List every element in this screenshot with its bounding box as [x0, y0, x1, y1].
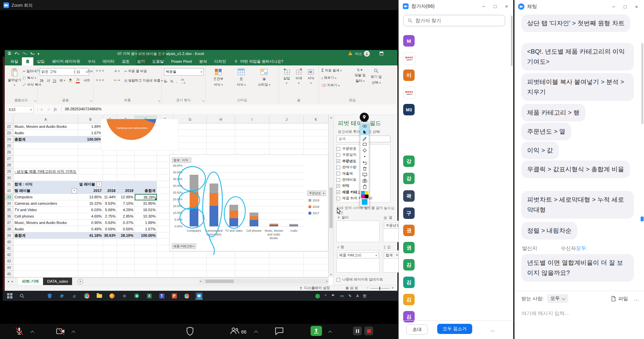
bar-segment-2017-5[interactable] [289, 226, 298, 226]
settings-gear-icon[interactable] [121, 292, 128, 300]
row-header-31[interactable]: 31 [5, 181, 13, 188]
format-as-table-button[interactable]: 표서식 ▾ [232, 68, 250, 87]
column-header-J[interactable]: J [269, 115, 304, 123]
cell-F42[interactable] [157, 252, 173, 258]
participants-maximize-button[interactable]: □ [489, 2, 501, 10]
cell-D33[interactable]: 12.99% [117, 194, 135, 200]
horizontal-align-icons[interactable]: ≡≡≡ [96, 78, 105, 82]
row-header-22[interactable]: 22 [5, 123, 13, 130]
cell-I42[interactable] [235, 252, 269, 258]
cell-H43[interactable] [207, 258, 235, 264]
conditional-formatting-button[interactable]: 조건부서식 ▾ [209, 68, 228, 87]
cell-D31[interactable] [117, 181, 135, 188]
cell-H42[interactable] [207, 252, 235, 258]
redo-icon[interactable]: ↷▾ [22, 51, 27, 56]
mute-button[interactable] [13, 327, 25, 336]
column-header-A[interactable]: A [13, 115, 78, 123]
cell-B32[interactable]: 2017 [78, 188, 103, 194]
bar-segment-2019-5[interactable] [289, 224, 298, 225]
cell-E29[interactable] [135, 168, 157, 175]
cell-K22[interactable] [304, 123, 328, 130]
clipboard-icon[interactable] [360, 184, 369, 190]
alignment-dialog-launcher[interactable]: ↘ [158, 99, 160, 103]
cell-H45[interactable] [207, 271, 235, 277]
unchecked-checkbox[interactable] [336, 166, 340, 169]
horizontal-scrollbar[interactable]: ◂ ▸ [199, 279, 329, 284]
participant-avatar-권[interactable]: 권 [403, 225, 415, 236]
cell-B23[interactable]: 1.67% [78, 130, 103, 136]
clipboard-dialog-launcher[interactable]: ↘ [34, 99, 36, 103]
cell-B29[interactable] [78, 168, 103, 175]
cell-I43[interactable] [235, 258, 269, 264]
customize-toolbar-icon[interactable]: ▾ [37, 52, 39, 56]
video-options-chevron[interactable] [72, 330, 75, 334]
chart-value-field-button[interactable]: 합계 : 이익 [172, 158, 191, 163]
bar-segment-2018-5[interactable] [289, 225, 298, 226]
row-header-28[interactable]: 28 [5, 162, 13, 168]
insert-function-icon[interactable]: fx [54, 107, 57, 112]
map-pin-icon[interactable] [133, 292, 140, 300]
pivot-chart[interactable]: 합계 : 이익제품 카테고리▾0.00%5.00%10.00%15.00%20.… [169, 154, 328, 251]
cell-K44[interactable] [304, 264, 328, 271]
cell-E27[interactable] [135, 156, 157, 162]
internet-explorer-icon[interactable]: e [71, 292, 78, 300]
cell-A42[interactable] [13, 252, 78, 258]
enter-entry-icon[interactable]: ✓ [47, 107, 50, 112]
scroll-up-arrow[interactable]: ▲ [329, 115, 333, 120]
row-header-25[interactable]: 25 [5, 143, 13, 149]
cell-B30[interactable] [78, 175, 103, 181]
bar-segment-2017-3[interactable] [250, 220, 258, 226]
row-header-40[interactable]: 40 [5, 239, 13, 245]
cell-B35[interactable]: 6.03% [78, 207, 103, 213]
status-green-icon[interactable] [315, 294, 320, 299]
hscroll-left-arrow[interactable]: ◂ [200, 280, 201, 283]
cell-A39[interactable]: 총합계 [13, 232, 78, 239]
mic-options-chevron[interactable] [31, 330, 34, 334]
row-header-41[interactable]: 41 [5, 245, 13, 252]
cell-C30[interactable] [103, 175, 117, 181]
delete-cells-button[interactable]: 삭제▾ [293, 68, 304, 85]
palette-color-swatch[interactable] [365, 195, 368, 198]
chart-category-field-button[interactable]: 제품 카테고리▾ [172, 244, 196, 249]
cell-F44[interactable] [157, 264, 173, 271]
grow-font-icon[interactable]: 가˄ [87, 69, 93, 74]
row-header-27[interactable]: 27 [5, 156, 13, 162]
cell-B27[interactable] [78, 156, 103, 162]
cell-E41[interactable] [135, 245, 157, 252]
fill-button[interactable]: ⤓채우기▾ [321, 76, 336, 80]
cell-D35[interactable]: 4.29% [117, 207, 135, 213]
participant-avatar-구[interactable]: 구 [403, 207, 415, 219]
cell-E32[interactable]: 총합계 [135, 188, 157, 194]
cell-A24[interactable]: 총합계 [13, 136, 78, 143]
increase-decimal-icon[interactable]: .00→.0 [180, 78, 185, 84]
ime-mode-a[interactable]: A [356, 294, 359, 298]
cell-D27[interactable] [117, 156, 135, 162]
cell-K42[interactable] [304, 252, 328, 258]
palette-color-swatch[interactable] [361, 191, 365, 195]
column-label-filter-dropdown[interactable]: ▾ [97, 182, 102, 187]
cell-C34[interactable]: 9.53% [103, 200, 117, 207]
chat-more-button[interactable]: ... [634, 296, 639, 302]
cell-A32[interactable]: 행 레이블▾ [13, 188, 78, 194]
find-select-button[interactable]: 찾기 및선택 ▾ [369, 68, 383, 85]
tab-도움말[interactable]: 도움말 [149, 57, 168, 65]
cell-D44[interactable] [117, 264, 135, 271]
cell-A23[interactable]: Audio [13, 130, 78, 136]
palette-color-swatch[interactable] [365, 191, 368, 195]
bar-segment-2019-1[interactable] [210, 183, 218, 193]
filter-area-box[interactable] [336, 221, 380, 242]
zoom-slider-thumb[interactable] [379, 287, 380, 290]
cell-B43[interactable] [78, 258, 103, 264]
cell-H44[interactable] [207, 264, 235, 271]
cell-B44[interactable] [78, 264, 103, 271]
cell-I22[interactable] [235, 123, 269, 130]
undo-icon[interactable]: ↶▾ [14, 51, 19, 56]
grid-vertical-scrollbar[interactable]: ▲ ▼ [328, 115, 333, 277]
screenshot-camera-icon[interactable] [360, 178, 369, 184]
name-box[interactable]: E33▾ [7, 106, 34, 113]
cell-B37[interactable]: 0.90% [78, 220, 103, 226]
bold-button[interactable]: 가 [40, 78, 43, 83]
messenger-app-icon[interactable] [195, 292, 203, 300]
italic-button[interactable]: 가 [46, 78, 50, 83]
tab-페이지 레이아웃[interactable]: 페이지 레이아웃 [49, 57, 84, 65]
